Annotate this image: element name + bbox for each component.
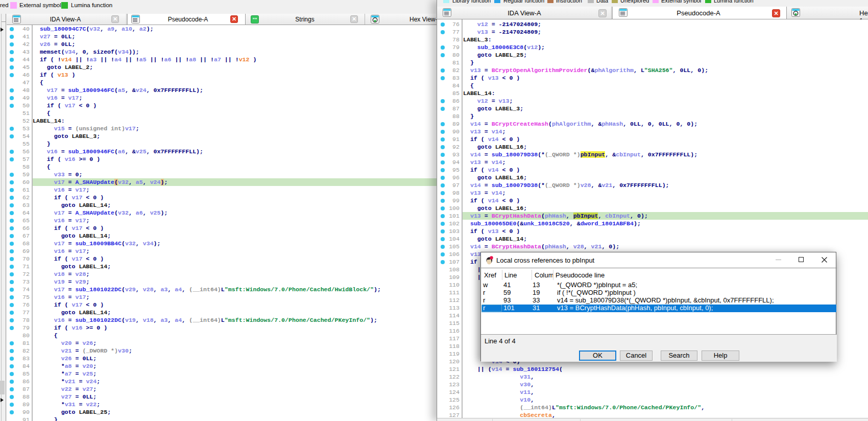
svg-text:””: ”” [253, 17, 257, 22]
